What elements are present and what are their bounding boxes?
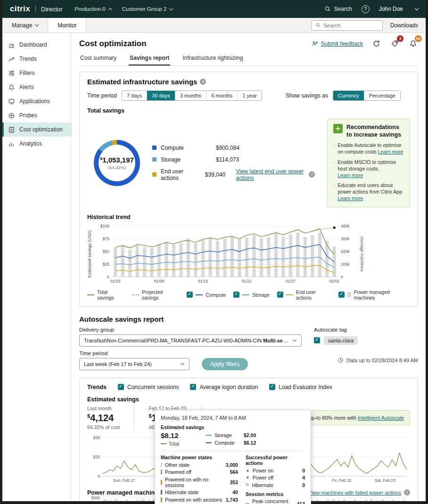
search-input[interactable] — [323, 23, 379, 28]
sidebar: Dashboard Trends Filters Alerts Applicat… — [2, 33, 72, 501]
total-savings-donut-chart[interactable]: $1,053,197 (64.32%) — [94, 140, 140, 186]
legend-compute-toggle[interactable]: Compute — [187, 292, 226, 298]
period-3-months[interactable]: 3 months — [175, 91, 206, 100]
svg-text:$100: $100 — [100, 224, 109, 228]
submit-feedback-link[interactable]: Submit feedback — [312, 41, 363, 47]
intelligent-autoscale-link[interactable]: Intelligent Autoscale — [358, 415, 404, 421]
checkbox-checked-icon[interactable] — [314, 337, 320, 343]
svg-text:Sun, Feb 17: Sun, Feb 17 — [113, 478, 135, 483]
autoscale-tag-pill[interactable]: santa-clara — [324, 336, 358, 345]
recommendations-card: Recommendations to increase savings ·Ena… — [327, 119, 410, 207]
alerts-button[interactable]: 10 — [408, 39, 418, 49]
mode-currency[interactable]: Currency — [333, 91, 364, 100]
period-6-months[interactable]: 6 months — [206, 91, 238, 100]
legend-storage-toggle[interactable]: Storage — [233, 292, 270, 298]
mode-percentage[interactable]: Percentage — [364, 91, 400, 100]
customer-group-selector[interactable]: Customer Group 2 — [122, 6, 173, 12]
sidebar-item-filters[interactable]: Filters — [2, 66, 71, 80]
probes-icon — [8, 112, 15, 119]
search-icon — [315, 22, 321, 28]
right-axis-label: Average machines — [358, 236, 364, 271]
info-icon[interactable] — [404, 489, 410, 496]
toggle-load-evaluator-index[interactable]: Load Evaluator Index — [269, 384, 332, 390]
checkbox-checked-icon[interactable] — [187, 292, 193, 298]
checkbox-checked-icon[interactable] — [269, 384, 275, 390]
learn-more-link[interactable]: Learn more — [378, 148, 403, 155]
sidebar-item-label: Alerts — [19, 84, 34, 90]
report-tabs: Cost summary Savings report Infrastructu… — [79, 52, 418, 66]
sidebar-item-analytics[interactable]: Analytics — [2, 137, 71, 151]
cost-optimization-icon: $ — [8, 126, 15, 133]
stat-last-month: Last month $4,124 64.32% of cost — [87, 406, 134, 430]
user-menu[interactable]: John Doe — [379, 6, 418, 12]
sidebar-item-probes[interactable]: Probes — [2, 108, 71, 122]
svg-text:0: 0 — [107, 275, 109, 279]
recommendation-item: ·Educate end users about power actions f… — [333, 182, 404, 202]
view-end-user-power-actions-link[interactable]: View latest end user power actions — [236, 168, 305, 181]
legend-machines-toggle[interactable]: Power managed machines — [338, 289, 410, 301]
recommendations-icon — [333, 124, 343, 133]
recommendations-title: Recommendations to increase savings — [346, 124, 404, 138]
svg-text:01/21: 01/21 — [242, 279, 252, 284]
refresh-button[interactable] — [371, 39, 381, 49]
learn-more-link[interactable]: Learn more — [338, 195, 363, 202]
chevron-down-icon — [35, 23, 39, 26]
svg-text:01/09: 01/09 — [154, 279, 165, 284]
delivery-group-select[interactable]: Transfast\Non-Commercial\PRD-MA_TRANSFAS… — [79, 334, 302, 347]
state-row: Powered off564 — [161, 469, 238, 475]
checkbox-checked-icon[interactable] — [338, 292, 345, 298]
checkbox-checked-icon[interactable] — [190, 384, 196, 390]
toggle-concurrent-sessions[interactable]: Concurrent sessions — [118, 384, 179, 390]
period-30-days[interactable]: 30 days — [147, 91, 175, 100]
user-name: John Doe — [379, 6, 403, 12]
historical-legend: Total savings Projected savings Compute … — [87, 289, 410, 301]
estimated-infrastructure-savings-card: Estimated infrastructure savings Time pe… — [79, 72, 418, 307]
checkbox-checked-icon[interactable] — [277, 292, 283, 298]
help-icon[interactable]: ? — [362, 5, 370, 13]
autoscale-report-title: Autoscale savings report — [79, 315, 418, 323]
monitor-search[interactable] — [311, 20, 383, 31]
svg-text:3000: 3000 — [91, 496, 100, 500]
info-icon[interactable] — [200, 79, 206, 85]
failed-power-actions-link[interactable]: View machines with failed power actions — [308, 490, 401, 496]
submit-feedback-label: Submit feedback — [321, 41, 363, 47]
time-period-select[interactable]: Last week (Feb 17 to Feb 24) — [79, 358, 189, 370]
apply-filters-button[interactable]: Apply filters — [202, 358, 248, 370]
info-icon[interactable] — [309, 171, 315, 178]
checkbox-checked-icon[interactable] — [118, 384, 124, 390]
tab-savings-report[interactable]: Savings report — [129, 52, 170, 65]
state-row: Other state3,000 — [161, 462, 238, 468]
sidebar-item-trends[interactable]: Trends — [2, 52, 71, 66]
period-1-year[interactable]: 1 year — [238, 91, 262, 100]
monitor-tab[interactable]: Monitor — [48, 18, 86, 33]
legend-end-user-toggle[interactable]: End user actions — [277, 289, 331, 301]
toggle-average-logon-duration[interactable]: Average logon duration — [190, 384, 258, 390]
learn-more-link[interactable]: Learn more — [338, 172, 363, 179]
environment-selector[interactable]: Production-0 — [75, 6, 112, 12]
tab-infrastructure-rightsizing[interactable]: Infrastructure rightsizing — [181, 52, 244, 65]
sidebar-item-label: Probes — [19, 112, 37, 119]
tag-badge: 3 — [397, 35, 403, 42]
sidebar-item-cost-optimization[interactable]: $ Cost optimization — [2, 122, 71, 137]
svg-text:200k: 200k — [341, 249, 350, 254]
manage-tab[interactable]: Manage — [2, 18, 48, 33]
chevron-up-icon — [108, 8, 112, 11]
legend-projected-savings: Projected savings — [132, 289, 179, 301]
sidebar-item-alerts[interactable]: Alerts — [2, 80, 71, 94]
svg-text:Sat, Feb 23: Sat, Feb 23 — [375, 478, 395, 483]
period-7-days[interactable]: 7 days — [122, 91, 147, 100]
tooltip-title: Monday, 18 Feb, 2024, 7 AM to 8 AM — [161, 415, 305, 421]
alerts-icon — [8, 84, 15, 91]
historical-trend-chart[interactable]: 0$25$50$75$1000100k200k300k400k01/0301/0… — [94, 223, 358, 285]
downloads-link[interactable]: Downloads — [390, 22, 418, 29]
tab-cost-summary[interactable]: Cost summary — [79, 52, 117, 65]
sidebar-item-applications[interactable]: Applications — [2, 94, 71, 108]
tags-button[interactable]: 3 — [390, 39, 400, 49]
search-label: Search — [334, 6, 352, 12]
global-search-button[interactable]: Search — [324, 6, 352, 12]
sidebar-item-dashboard[interactable]: Dashboard — [2, 38, 71, 52]
checkbox-checked-icon[interactable] — [233, 292, 239, 298]
delivery-group-field: Delivery group Transfast\Non-Commercial\… — [79, 327, 302, 347]
clock-icon — [337, 357, 344, 363]
stat-amount: $4,124 — [87, 413, 120, 423]
